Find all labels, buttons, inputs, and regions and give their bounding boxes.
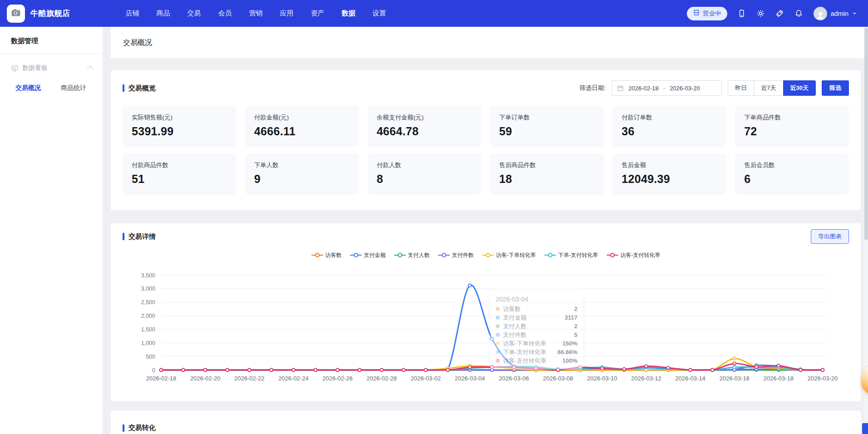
sidebar-group-dashboard[interactable]: 数据看板 [0, 54, 103, 72]
section-bar [123, 233, 124, 240]
svg-text:2,000: 2,000 [141, 313, 155, 319]
stat-card: 实际销售额(元)5391.99 [123, 106, 237, 147]
stat-label: 付款商品件数 [132, 161, 227, 169]
sidebar-item-2[interactable]: 商品统计 [61, 84, 86, 92]
stat-card: 付款订单数36 [612, 106, 726, 147]
floating-blue-widget[interactable] [862, 423, 868, 434]
rocket-icon[interactable] [775, 9, 784, 18]
legend-item-3[interactable]: 支付人数 [394, 252, 430, 259]
stat-card: 售后会员数6 [735, 153, 849, 195]
date-start-value: 2026-02-18 [628, 85, 659, 92]
nav-item-5[interactable]: 营销 [248, 7, 264, 20]
nav-item-6[interactable]: 应用 [279, 7, 295, 20]
legend-label: 访客数 [326, 252, 342, 259]
stat-label: 下单商品件数 [744, 113, 840, 122]
stat-value: 72 [744, 125, 840, 138]
date-range-input[interactable]: 2026-02-18 - 2026-03-20 [612, 80, 722, 96]
user-menu[interactable]: admin [814, 7, 858, 20]
sidebar-item-1[interactable]: 交易概况 [15, 84, 41, 92]
stat-label: 售后会员数 [744, 161, 840, 169]
legend-item-1[interactable]: 访客数 [311, 252, 342, 259]
legend-item-4[interactable]: 支付件数 [438, 252, 474, 259]
section-bar [123, 84, 124, 92]
stat-value: 59 [499, 125, 595, 138]
stat-card: 售后金额12049.39 [612, 153, 726, 195]
stat-value: 8 [377, 173, 473, 186]
svg-text:2026-02-22: 2026-02-22 [234, 375, 265, 382]
quick-date-button-3[interactable]: 近30天 [783, 80, 816, 96]
dashboard-monitor-icon [11, 64, 19, 72]
stat-label: 余额支付金额(元) [377, 113, 473, 122]
nav-item-3[interactable]: 交易 [187, 7, 202, 20]
stat-card: 售后商品件数18 [490, 153, 604, 195]
svg-text:2026-03-20: 2026-03-20 [808, 375, 838, 382]
transaction-conversion-card: 交易转化 [111, 411, 861, 434]
export-chart-button[interactable]: 导出图表 [811, 229, 849, 244]
legend-line-icon [438, 252, 450, 258]
transaction-line-chart[interactable]: 05001,0001,5002,0002,5003,0003,5002026-0… [111, 267, 861, 390]
chevron-down-icon [852, 10, 857, 18]
nav-item-1[interactable]: 店铺 [125, 7, 140, 20]
x-axis: 2026-02-182026-02-202026-02-222026-02-24… [146, 375, 838, 382]
series-2 [160, 284, 824, 372]
stat-value: 5391.99 [132, 125, 227, 138]
svg-text:2026-03-02: 2026-03-02 [411, 375, 441, 382]
stat-label: 下单人数 [254, 161, 350, 169]
svg-text:2026-03-08: 2026-03-08 [543, 375, 573, 382]
legend-label: 访客-下单转化率 [496, 252, 536, 259]
sidebar: 数据管理 数据看板 交易概况商品统计 [0, 27, 103, 434]
svg-text:3,000: 3,000 [141, 286, 155, 292]
nav-item-9[interactable]: 设置 [372, 7, 387, 20]
svg-text:2026-02-26: 2026-02-26 [322, 375, 353, 382]
nav-item-8[interactable]: 数据 [341, 7, 356, 20]
stat-card: 付款商品件数51 [123, 153, 237, 195]
nav-item-4[interactable]: 会员 [217, 7, 233, 20]
stat-value: 36 [621, 125, 717, 138]
stat-label: 下单订单数 [499, 113, 595, 122]
camera-icon [10, 7, 22, 20]
store-logo [7, 5, 25, 23]
svg-text:500: 500 [146, 354, 155, 360]
stat-value: 12049.39 [621, 173, 717, 186]
main-menu: 店铺商品交易会员营销应用资产数据设置 [125, 7, 387, 20]
gear-icon[interactable] [756, 9, 765, 18]
svg-text:2026-02-24: 2026-02-24 [278, 375, 309, 382]
legend-label: 支付人数 [408, 252, 430, 259]
chart-legend: 访客数支付金额支付人数支付件数访客-下单转化率下单-支付转化率访客-支付转化率 [123, 250, 849, 261]
floating-service-widget[interactable] [861, 365, 868, 395]
scrollbar-thumb[interactable] [864, 28, 868, 240]
stat-card: 付款人数8 [368, 153, 482, 195]
section-bar [123, 424, 124, 432]
legend-line-icon [482, 252, 494, 258]
stat-value: 51 [132, 173, 227, 186]
legend-item-6[interactable]: 下单-支付转化率 [544, 252, 598, 259]
bell-icon[interactable] [794, 9, 804, 18]
mobile-icon[interactable] [737, 9, 746, 18]
y-axis: 05001,0001,5002,0002,5003,0003,500 [141, 272, 827, 374]
stat-value: 4664.78 [377, 125, 473, 138]
sidebar-items: 交易概况商品统计 [0, 72, 103, 92]
user-name: admin [831, 10, 849, 17]
sidebar-title: 数据管理 [0, 27, 103, 54]
legend-line-icon [311, 252, 323, 258]
page-titlebar: 交易概况 [111, 27, 868, 59]
svg-text:2026-03-10: 2026-03-10 [587, 375, 617, 382]
nav-item-2[interactable]: 商品 [156, 7, 171, 20]
stat-card: 余额支付金额(元)4664.78 [368, 106, 482, 147]
legend-item-7[interactable]: 访客-支付转化率 [607, 252, 661, 259]
svg-text:2026-03-16: 2026-03-16 [719, 375, 750, 382]
filter-submit-button[interactable]: 筛选 [822, 80, 849, 96]
quick-date-button-1[interactable]: 昨日 [728, 80, 754, 96]
stat-label: 付款金额(元) [254, 113, 350, 122]
stat-card: 付款金额(元)4666.11 [245, 106, 359, 147]
svg-text:2026-03-06: 2026-03-06 [499, 375, 529, 382]
date-separator: - [663, 85, 665, 92]
svg-text:0: 0 [152, 367, 155, 374]
nav-item-7[interactable]: 资产 [310, 7, 326, 20]
svg-text:2026-02-20: 2026-02-20 [190, 375, 221, 382]
section-title-details: 交易详情 [123, 232, 156, 241]
legend-item-2[interactable]: 支付金额 [350, 252, 386, 259]
legend-item-5[interactable]: 访客-下单转化率 [482, 252, 536, 259]
business-status-badge[interactable]: 营业中 [687, 7, 727, 20]
quick-date-button-2[interactable]: 近7天 [754, 80, 783, 96]
